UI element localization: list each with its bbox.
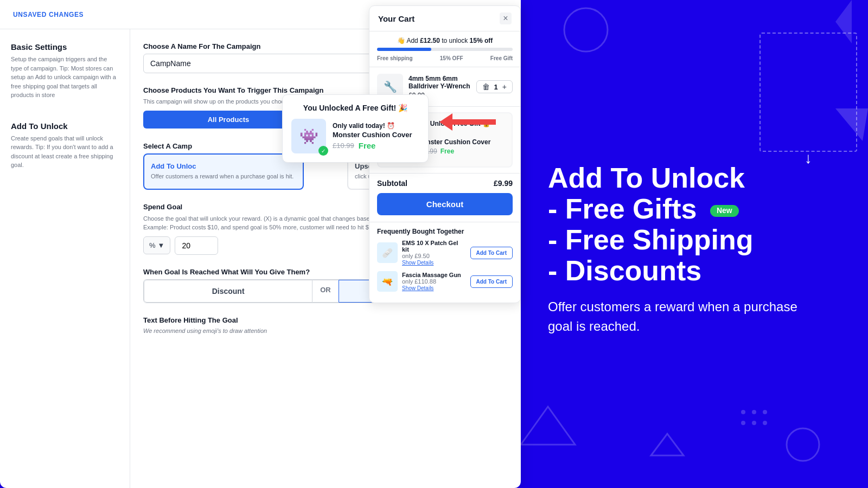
popup-product-image: 👾 ✓ xyxy=(291,119,326,153)
panel-body: Basic Settings Setup the campaign trigge… xyxy=(0,29,521,488)
free-gift-free-label: Free xyxy=(441,147,454,155)
add-to-unlock-desc: Create spend goals that will unlock rewa… xyxy=(11,134,119,170)
fbt-item-1-show-details[interactable]: Show Details xyxy=(402,285,433,291)
subtotal-label: Subtotal xyxy=(377,179,407,188)
headline-line3: - Free Shipping xyxy=(548,224,841,255)
fbt-item-0-show-details[interactable]: Show Details xyxy=(402,260,433,266)
popup-overlay: You Unlocked A Free Gift! 🎉 👾 ✓ Only val… xyxy=(282,94,429,163)
percent-value-input[interactable] xyxy=(175,236,218,255)
fbt-item-0-image: 🩹 xyxy=(377,242,398,263)
popup-product-info: Only valid today! ⏰ Monster Cushion Cove… xyxy=(333,122,419,150)
progress-bar-fill xyxy=(377,48,431,51)
free-gift-info: Monster Cushion Cover £10.99 Free xyxy=(417,138,505,155)
fbt-item-1-name: Fascia Massage Gun xyxy=(402,272,466,278)
fbt-item-1-price: only £110.88 Show Details xyxy=(402,278,466,291)
headline-line1: Add To Unlock xyxy=(548,163,841,194)
fbt-item-1: 🔫 Fascia Massage Gun only £110.88 Show D… xyxy=(377,271,513,292)
cart-close-button[interactable]: × xyxy=(500,12,512,24)
fbt-item-0-name: EMS 10 X Patch Gel kit xyxy=(402,240,466,253)
add-to-unlock-card-desc: Offer customers a reward when a purchase… xyxy=(151,172,296,181)
arrow-indicator xyxy=(439,113,496,131)
popup-product-row: 👾 ✓ Only valid today! ⏰ Monster Cushion … xyxy=(291,119,419,153)
add-to-unlock-section: Add To Unlock Create spend goals that wi… xyxy=(11,121,119,170)
progress-bar-wrap xyxy=(377,48,513,51)
progress-banner: 👋 Add £12.50 to unlock 15% off Free ship… xyxy=(369,31,520,67)
basic-settings-section: Basic Settings Setup the campaign trigge… xyxy=(11,42,119,100)
text-before-goal-group: Text Before Hitting The Goal We recommen… xyxy=(143,316,508,334)
reward-or-label: OR xyxy=(312,280,339,303)
promo-sub: Offer customers a reward when a purchase… xyxy=(548,297,797,336)
checkout-button[interactable]: Checkout xyxy=(377,193,513,215)
cart-header: Your Cart × xyxy=(369,6,520,31)
chevron-down-icon: ▼ xyxy=(158,241,165,249)
qty-value: 1 xyxy=(494,83,498,91)
basic-settings-title: Basic Settings xyxy=(11,42,119,52)
popup-price-row: £10.99 Free xyxy=(333,141,419,150)
fbt-section: Frequently Bought Together 🩹 EMS 10 X Pa… xyxy=(369,222,520,303)
percent-select[interactable]: % ▼ xyxy=(143,236,170,254)
red-arrow-body xyxy=(452,119,496,125)
headline-line4: - Discounts xyxy=(548,255,841,286)
free-gift-price-row: £10.99 Free xyxy=(417,147,505,155)
fbt-item-0-info: EMS 10 X Patch Gel kit only £9.50 Show D… xyxy=(402,240,466,266)
qty-decrease-button[interactable]: 🗑 xyxy=(481,82,491,91)
text-before-goal-hint: We recommend using emoji's to draw atten… xyxy=(143,328,508,334)
add-to-unlock-title: Add To Unlock xyxy=(11,121,119,131)
dashed-box: ↓ xyxy=(760,33,857,152)
popup-old-price: £10.99 xyxy=(333,142,354,150)
progress-text: 👋 Add £12.50 to unlock 15% off xyxy=(377,37,513,44)
red-arrow-head xyxy=(439,113,452,131)
subtotal-value: £9.99 xyxy=(494,179,513,188)
fbt-item-1-add-button[interactable]: Add To Cart xyxy=(470,275,513,288)
milestone-free-gift: Free Gift xyxy=(490,55,513,61)
fbt-item-0: 🩹 EMS 10 X Patch Gel kit only £9.50 Show… xyxy=(377,240,513,266)
popup-valid-text: Only valid today! ⏰ xyxy=(333,122,419,130)
headline-line2: - Free Gifts New xyxy=(548,194,841,224)
cart-subtotal: Subtotal £9.99 xyxy=(369,173,520,193)
cart-title: Your Cart xyxy=(378,14,414,23)
new-badge: New xyxy=(710,205,739,216)
popup-check-icon: ✓ xyxy=(318,146,328,156)
right-panel: ↓ Add To Unlock - Free Gifts New - Free … xyxy=(521,0,868,488)
fbt-title: Frequently Bought Together xyxy=(377,228,513,235)
free-gift-name: Monster Cushion Cover xyxy=(417,138,505,146)
percent-symbol: % xyxy=(149,241,156,249)
discount-btn[interactable]: Discount xyxy=(144,280,312,303)
unsaved-changes-label: UNSAVED CHANGES xyxy=(13,11,84,18)
progress-milestones: Free shipping 15% OFF Free Gift xyxy=(377,55,513,61)
popup-title: You Unlocked A Free Gift! 🎉 xyxy=(291,104,419,112)
promo-headline: Add To Unlock - Free Gifts New - Free Sh… xyxy=(548,163,841,287)
popup-product-name: Monster Cushion Cover xyxy=(333,131,419,139)
cart-product-name: 4mm 5mm 6mm Balldriver Y-Wrench xyxy=(409,75,471,90)
basic-settings-desc: Setup the campaign triggers and the type… xyxy=(11,55,119,100)
qty-increase-button[interactable]: + xyxy=(501,82,508,91)
settings-sidebar: Basic Settings Setup the campaign trigge… xyxy=(0,29,130,488)
fbt-item-1-image: 🔫 xyxy=(377,271,398,292)
fbt-item-0-add-button[interactable]: Add To Cart xyxy=(470,247,513,259)
popup-card: You Unlocked A Free Gift! 🎉 👾 ✓ Only val… xyxy=(282,94,429,163)
fbt-item-1-info: Fascia Massage Gun only £110.88 Show Det… xyxy=(402,272,466,291)
milestone-free-shipping: Free shipping xyxy=(377,55,413,61)
qty-controls: 🗑 1 + xyxy=(476,80,513,93)
add-to-unlock-card-title: Add To Unloc xyxy=(151,162,296,170)
fbt-item-0-price: only £9.50 Show Details xyxy=(402,253,466,266)
popup-free-price: Free xyxy=(359,141,376,150)
campaign-card-add-to-unlock[interactable]: Add To Unloc Offer customers a reward wh… xyxy=(143,153,304,189)
milestone-15off: 15% OFF xyxy=(440,55,463,61)
text-before-goal-label: Text Before Hitting The Goal xyxy=(143,316,508,324)
